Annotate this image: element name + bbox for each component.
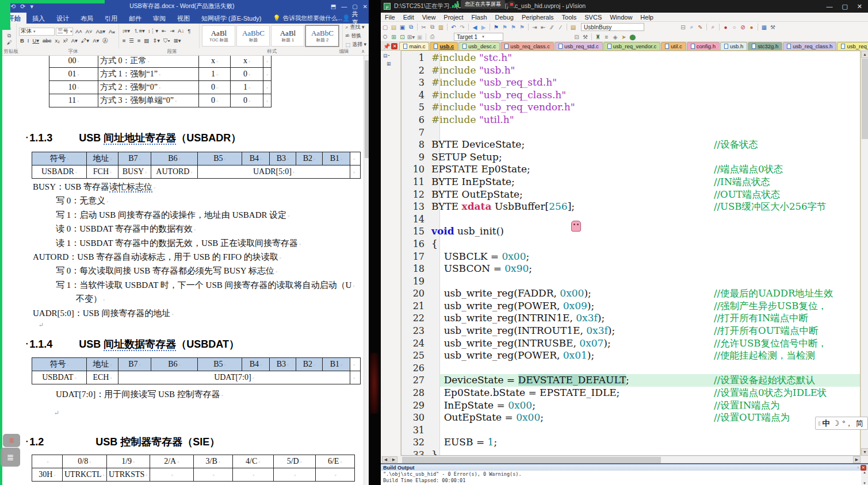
file-tab-config.h[interactable]: config.h	[687, 42, 720, 50]
indent-icon[interactable]: ⇥	[530, 23, 539, 32]
paste-icon[interactable]: ▥	[437, 23, 445, 32]
minimize-icon[interactable]: —	[341, 3, 347, 10]
font-size-combo[interactable]: 三号▾	[56, 28, 73, 36]
outdent-icon[interactable]: ⇤	[539, 23, 548, 32]
borders-button[interactable]: ⊞▾	[173, 37, 182, 45]
shrink-font-icon[interactable]: A˅	[85, 28, 94, 36]
bullets-button[interactable]: ⁝≡▾	[121, 27, 131, 35]
ribbon-collapse-icon[interactable]: ∧	[361, 48, 365, 55]
justify-button[interactable]: ▤	[143, 37, 150, 45]
debug-query-icon[interactable]: ⌕	[709, 23, 717, 32]
window-layout-icon[interactable]: ▦	[760, 23, 768, 32]
bookmark-clear-icon[interactable]: ⚑	[518, 23, 526, 32]
redo-icon[interactable]: ↷	[458, 23, 466, 32]
ribbon-tab-2[interactable]: 设计	[51, 13, 75, 24]
menu-help[interactable]: Help	[636, 14, 657, 21]
bold-button[interactable]: B	[19, 37, 25, 45]
numbering-button[interactable]: ⒈≡▾	[132, 27, 146, 35]
options-icon[interactable]: ⚒	[581, 33, 590, 41]
breakpoint-disable-icon[interactable]: ○	[730, 23, 739, 32]
annotation-tool-button[interactable]: ≣	[3, 434, 20, 447]
italic-button[interactable]: I	[26, 37, 30, 45]
ribbon-tab-7[interactable]: 视图	[171, 13, 196, 24]
file-tab-usb_req_class.h[interactable]: usb_req_class.h	[783, 42, 836, 50]
bookmark-prev-icon[interactable]: ⚑	[500, 23, 509, 32]
align-left-button[interactable]: ≡	[121, 37, 127, 45]
menu-tools[interactable]: Tools	[558, 14, 581, 21]
hscroll-thumb[interactable]	[402, 457, 661, 463]
uncomment-icon[interactable]: ∕	[556, 23, 565, 32]
comment-icon[interactable]: ∕∕	[548, 23, 556, 32]
change-case-icon[interactable]: Aa▾	[95, 28, 106, 36]
word-quick-access-toolbar[interactable]: ⟲⟳▾	[10, 3, 33, 10]
word-scrollbar-thumb[interactable]	[365, 60, 369, 158]
pack-installer-icon[interactable]: ⬤	[628, 33, 637, 41]
menu-svcs[interactable]: SVCS	[580, 14, 606, 21]
menu-peripherals[interactable]: Peripherals	[518, 14, 558, 21]
save-icon[interactable]: ▣	[398, 23, 407, 32]
enclose-button[interactable]: Ⓐ	[101, 37, 109, 45]
uvision-window-buttons[interactable]: —▢✕	[826, 3, 862, 10]
ribbon-tab-6[interactable]: 审阅	[147, 13, 171, 24]
bookmark-icon[interactable]: ⚑	[492, 23, 500, 32]
close-icon[interactable]: ✕	[363, 3, 368, 10]
menu-debug[interactable]: Debug	[491, 14, 518, 21]
ime-lang[interactable]: 简	[855, 418, 863, 429]
rebuild-icon[interactable]: ⊡	[398, 33, 407, 41]
project-target-icon[interactable]: ⊞	[387, 61, 391, 67]
clear-format-icon[interactable]: A𝄪	[108, 28, 116, 36]
new-file-icon[interactable]: ▢	[381, 23, 389, 32]
decrease-indent-button[interactable]: ⇤	[160, 27, 167, 35]
menu-edit[interactable]: Edit	[399, 14, 418, 21]
texteffects-button[interactable]: A▾	[70, 37, 79, 45]
highlight-button[interactable]: 🖍▾	[80, 37, 90, 45]
annotation-list-button[interactable]: ≣	[1, 448, 20, 467]
wrench-icon[interactable]: ⚒	[768, 23, 777, 32]
ribbon-display-icon[interactable]: ⬒	[331, 3, 336, 10]
bookmark-next-icon[interactable]: ⚑	[509, 23, 518, 32]
file-tab-stc32g.h[interactable]: stc32g.h	[748, 42, 782, 50]
shading-button[interactable]: ⛉▾	[162, 37, 171, 45]
manage-comp-icon[interactable]: ◈	[611, 33, 620, 41]
manage-env-icon[interactable]: ➤	[620, 33, 628, 41]
file-tab-usb_req_vendor.c[interactable]: usb_req_vendor.c	[603, 42, 661, 50]
annotate-icon[interactable]: ✎	[696, 23, 705, 32]
build-icon[interactable]: ⊞	[389, 33, 398, 41]
usbinbusy-combo[interactable]: UsbInBusy	[581, 23, 644, 31]
increase-indent-button[interactable]: ⇥	[169, 27, 175, 35]
file-tab-usb_req_class.c[interactable]: usb_req_class.c	[500, 42, 554, 50]
translate-icon[interactable]: ⛭	[381, 33, 389, 41]
book-icon[interactable]: ▤	[569, 23, 578, 32]
maximize-icon[interactable]: ▢	[842, 3, 847, 10]
multilevel-button[interactable]: ⁝⋮▾	[147, 27, 159, 35]
editor-vertical-scrollbar[interactable]: ▲ ▼	[861, 51, 868, 456]
file-tab-usb.c[interactable]: usb.c	[430, 42, 458, 50]
menu-project[interactable]: Project	[439, 14, 467, 21]
font-name-combo[interactable]: 宋体▾	[19, 28, 55, 36]
dock-pin-icon[interactable]: 📌	[383, 43, 390, 49]
nav-back-icon[interactable]: ◀	[471, 23, 479, 32]
copy-icon[interactable]: ⧉	[428, 23, 437, 32]
align-center-button[interactable]: ☰	[128, 37, 135, 45]
target-combo[interactable]: Target 1▾	[454, 33, 503, 41]
ribbon-tab-5[interactable]: 邮件	[123, 13, 147, 24]
line-spacing-button[interactable]: ⇕▾	[151, 37, 161, 45]
build-output-scrollbar[interactable]: ▲▼	[861, 471, 868, 485]
pilcrow-button[interactable]: ¶	[186, 27, 192, 35]
find-button[interactable]: ⌕查找 ▾	[345, 24, 366, 31]
code-editor[interactable]: 1#include "stc.h"2#include "usb.h"3#incl…	[401, 51, 861, 456]
undo-icon[interactable]: ⟲	[10, 3, 16, 10]
file-tab-usb_req_std.h[interactable]: usb_req_std.h	[837, 42, 868, 50]
minimize-icon[interactable]: —	[826, 3, 832, 10]
file-tab-util.c[interactable]: util.c	[661, 42, 686, 50]
fontcolor-button[interactable]: A▾	[91, 37, 100, 45]
file-tab-main.c[interactable]: main.c	[399, 42, 429, 50]
grow-font-icon[interactable]: A˄	[74, 28, 83, 36]
superscript-button[interactable]: x²	[62, 37, 69, 45]
combo-dd-icon[interactable]: ⊟	[679, 23, 687, 32]
file-tab-usb_req_std.c[interactable]: usb_req_std.c	[555, 42, 603, 50]
manage-items-icon[interactable]: ♜	[594, 33, 602, 41]
style-card-3[interactable]: AaBbC标题 2	[305, 25, 339, 47]
breakpoint-kill-icon[interactable]: ⊘	[739, 23, 747, 32]
save-all-icon[interactable]: ⧉	[407, 23, 415, 32]
